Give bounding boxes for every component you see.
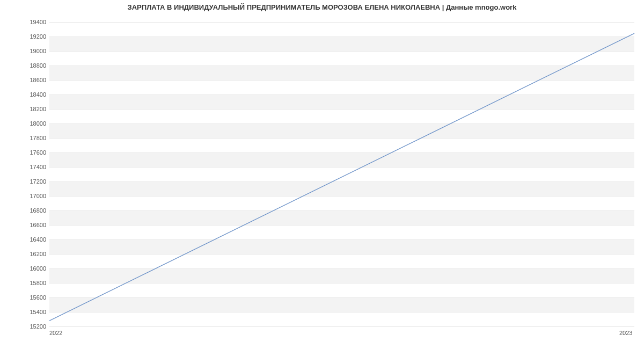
y-tick-label: 18400	[3, 91, 46, 98]
x-tick-label: 2023	[619, 330, 632, 336]
y-tick-label: 16000	[3, 265, 46, 272]
y-tick-label: 15800	[3, 280, 46, 286]
y-tick-label: 19400	[3, 19, 46, 25]
data-line	[49, 33, 634, 321]
x-tick-label: 2022	[49, 330, 62, 336]
chart-title: ЗАРПЛАТА В ИНДИВИДУАЛЬНЫЙ ПРЕДПРИНИМАТЕЛ…	[0, 3, 644, 11]
y-tick-label: 16200	[3, 251, 46, 257]
y-tick-label: 18600	[3, 77, 46, 83]
y-tick-label: 18800	[3, 62, 46, 69]
gridline	[49, 326, 634, 327]
y-tick-label: 16800	[3, 207, 46, 214]
y-tick-label: 17600	[3, 149, 46, 156]
y-tick-label: 18000	[3, 120, 46, 127]
y-tick-label: 17200	[3, 178, 46, 185]
y-tick-label: 15200	[3, 323, 46, 330]
y-tick-label: 17800	[3, 135, 46, 141]
y-tick-label: 16400	[3, 236, 46, 243]
salary-line-chart: ЗАРПЛАТА В ИНДИВИДУАЛЬНЫЙ ПРЕДПРИНИМАТЕЛ…	[0, 0, 644, 349]
line-path-svg	[49, 20, 634, 326]
y-tick-label: 15400	[3, 309, 46, 315]
y-tick-label: 17000	[3, 193, 46, 199]
y-tick-label: 18200	[3, 106, 46, 112]
y-tick-label: 19000	[3, 48, 46, 54]
plot-area	[49, 20, 634, 327]
y-tick-label: 19200	[3, 33, 46, 40]
y-tick-label: 17400	[3, 164, 46, 170]
y-tick-label: 16600	[3, 222, 46, 228]
y-tick-label: 15600	[3, 294, 46, 301]
